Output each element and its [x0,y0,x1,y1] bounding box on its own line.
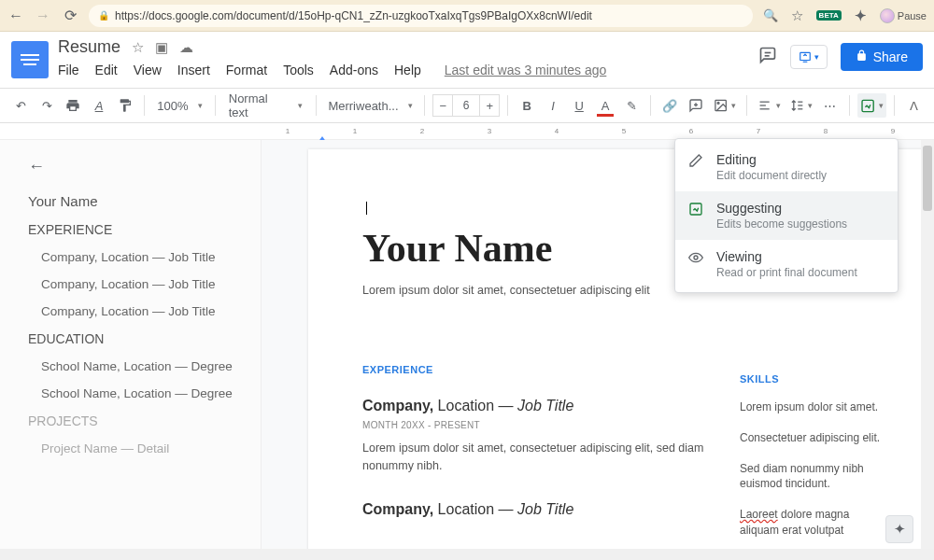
redo-icon[interactable]: ↷ [35,93,58,118]
underline-icon[interactable]: U [568,93,590,118]
paragraph-style-select[interactable]: Normal text [223,93,308,118]
mode-viewing[interactable]: ViewingRead or print final document [675,240,898,288]
zoom-select[interactable]: 100% [152,93,207,118]
address-bar[interactable]: 🔒 https://docs.google.com/document/d/15o… [89,5,753,27]
outline-section-experience[interactable]: EXPERIENCE [28,222,246,237]
svg-point-6 [717,103,719,105]
outline-section-projects[interactable]: PROJECTS [28,413,246,428]
undo-icon[interactable]: ↶ [9,93,32,118]
doc-skill-item[interactable]: Laoreet dolore magna aliquam erat volutp… [740,507,889,539]
explore-button[interactable]: ✦ [885,515,913,543]
horizontal-scrollbar[interactable] [0,549,934,560]
bookmark-star-icon[interactable]: ☆ [791,7,803,24]
outline-item[interactable]: Project Name — Detail [41,441,246,455]
outline-item[interactable]: School Name, Location — Degree [41,359,246,373]
share-button[interactable]: Share [841,43,923,71]
mode-suggesting[interactable]: SuggestingEdits become suggestions [675,191,898,240]
font-size-increase[interactable]: + [479,94,500,117]
add-comment-icon[interactable] [685,93,707,118]
extensions-icon[interactable]: ✦ [855,7,867,24]
url-text: https://docs.google.com/document/d/15oHp… [115,9,592,22]
comments-icon[interactable] [758,46,777,69]
collapse-toolbar-icon[interactable]: ᐱ [902,93,925,118]
italic-icon[interactable]: I [542,93,564,118]
insert-image-icon[interactable] [711,93,739,118]
menu-insert[interactable]: Insert [177,63,210,77]
print-icon[interactable] [62,93,84,118]
line-spacing-icon[interactable] [787,93,815,118]
highlight-icon[interactable]: ✎ [620,93,643,118]
outline-section-education[interactable]: EDUCATION [28,331,246,346]
eye-icon [688,250,705,265]
paint-format-icon[interactable] [114,93,136,118]
doc-section-skills[interactable]: SKILLS [740,373,889,385]
outline-item[interactable]: Company, Location — Job Title [41,277,246,291]
nav-forward-icon[interactable]: → [35,7,51,24]
doc-skill-item[interactable]: Sed diam nonummy nibh euismod tincidunt. [740,461,889,493]
profile-pause[interactable]: Pause [880,8,927,23]
document-outline: ← Your Name EXPERIENCE Company, Location… [0,140,262,560]
docs-titlebar: Resume ☆ ▣ ☁ File Edit View Insert Forma… [0,32,934,88]
font-size-decrease[interactable]: − [432,94,453,117]
outline-back-icon[interactable]: ← [28,157,246,176]
zoom-lens-icon[interactable]: 🔍 [763,8,778,22]
mode-editing[interactable]: EditingEdit document directly [675,143,898,191]
menu-view[interactable]: View [134,63,162,77]
outline-item[interactable]: School Name, Location — Degree [41,386,246,400]
doc-skill-item[interactable]: Lorem ipsum dolor sit amet. [740,399,889,415]
document-title[interactable]: Resume [58,37,120,57]
last-edit-link[interactable]: Last edit was 3 minutes ago [445,63,607,77]
menu-format[interactable]: Format [226,63,267,77]
menu-addons[interactable]: Add-ons [330,63,378,77]
align-icon[interactable] [755,93,783,118]
more-toolbar-icon[interactable]: ⋯ [819,93,842,118]
lock-icon: 🔒 [98,10,109,21]
menu-edit[interactable]: Edit [95,63,118,77]
svg-point-15 [694,256,698,259]
doc-skills-column[interactable]: SKILLS Lorem ipsum dolor sit amet. Conse… [740,373,889,539]
star-icon[interactable]: ☆ [132,39,144,56]
font-size-value[interactable]: 6 [453,94,479,117]
nav-back-icon[interactable]: ← [7,7,24,24]
menu-help[interactable]: Help [394,63,421,77]
toolbar: ↶ ↷ A 100% Normal text Merriweath... − 6… [0,88,934,123]
move-icon[interactable]: ▣ [155,39,168,56]
font-select[interactable]: Merriweath... [324,93,417,118]
text-cursor [366,202,367,215]
menu-file[interactable]: File [58,63,79,77]
suggesting-icon [688,202,705,217]
beta-badge: BETA [816,10,842,21]
outline-item[interactable]: Company, Location — Job Title [41,250,246,264]
outline-title[interactable]: Your Name [28,193,246,209]
outline-item[interactable]: Company, Location — Job Title [41,304,246,318]
cloud-status-icon[interactable]: ☁ [179,39,193,56]
avatar [880,8,895,23]
menu-tools[interactable]: Tools [283,63,314,77]
lock-icon [856,49,868,64]
spellcheck-icon[interactable]: A [88,93,110,118]
present-button[interactable]: ▾ [790,45,828,69]
browser-omnibox: ← → ⟳ 🔒 https://docs.google.com/document… [0,0,934,32]
menu-bar: File Edit View Insert Format Tools Add-o… [58,63,749,77]
font-size-control: − 6 + [432,94,500,117]
editing-mode-menu: EditingEdit document directly Suggesting… [674,138,899,293]
insert-link-icon[interactable]: 🔗 [658,93,681,118]
pencil-icon [688,153,705,168]
editing-mode-button[interactable] [857,93,886,118]
text-color-icon[interactable]: A [594,93,616,118]
nav-reload-icon[interactable]: ⟳ [62,7,78,24]
doc-job-body[interactable]: Lorem ipsum dolor sit amet, consectetuer… [362,440,717,475]
docs-logo-icon[interactable] [11,41,49,78]
bold-icon[interactable]: B [516,93,538,118]
vertical-scrollbar[interactable] [921,140,934,560]
doc-skill-item[interactable]: Consectetuer adipiscing elit. [740,430,889,446]
